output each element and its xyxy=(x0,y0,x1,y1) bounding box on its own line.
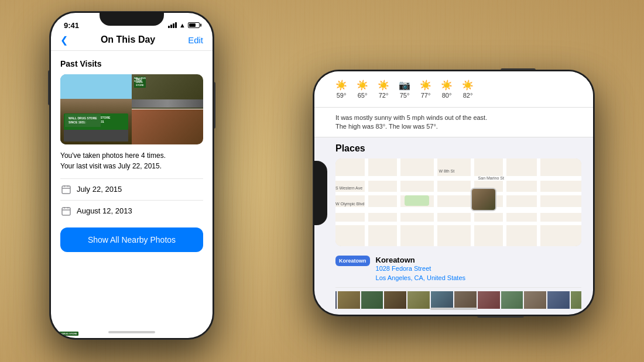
map-label-w8th: W 8th St xyxy=(439,169,454,173)
signal-bar-1 xyxy=(168,26,170,28)
photo-grid[interactable]: WALL DRUG STORESINCE 1931CAFE WALLDRUGST… xyxy=(60,74,203,144)
map-street-v5 xyxy=(503,158,506,246)
weather-description: It was mostly sunny with 5 mph winds out… xyxy=(314,108,593,138)
calendar-icon-2 xyxy=(60,205,72,217)
weather-desc-text: It was mostly sunny with 5 mph winds out… xyxy=(335,114,487,130)
thumb-9[interactable] xyxy=(501,291,523,308)
sun-icon-5: ☀️ xyxy=(420,80,431,91)
thumb-8[interactable] xyxy=(478,291,500,308)
sun-icon-3: ☀️ xyxy=(378,80,389,91)
map-street-h4 xyxy=(335,222,581,225)
place-info-card: Koreatown Koreatown 1028 Fedora Street L… xyxy=(335,251,581,288)
back-button[interactable]: ❮ xyxy=(60,35,68,46)
thumb-10[interactable] xyxy=(524,291,546,308)
status-time: 9:41 xyxy=(64,21,79,30)
notch-left xyxy=(100,12,164,26)
weather-day-3: ☀️ 72° xyxy=(378,80,389,99)
thumb-1[interactable] xyxy=(335,291,337,308)
map-view[interactable]: W 8th St S Western Ave W Olympic Blvd Sa… xyxy=(335,158,581,246)
place-details: Koreatown 1028 Fedora Street Los Angeles… xyxy=(376,256,465,282)
weather-strip: ☀️ 59° ☀️ 65° ☀️ 72° 📷 75° ☀️ 77° xyxy=(314,71,593,108)
signal-bars xyxy=(168,22,177,28)
home-indicator-left xyxy=(108,331,155,333)
photo-bottom-right: WALL DRUG STORE xyxy=(132,109,203,144)
date-item-2[interactable]: August 12, 2013 xyxy=(60,200,203,222)
koreatown-badge: Koreatown xyxy=(335,256,370,266)
right-phone: ☀️ 59° ☀️ 65° ☀️ 72° 📷 75° ☀️ 77° xyxy=(313,70,594,316)
temp-1: 59° xyxy=(337,92,347,99)
map-street-h3 xyxy=(335,207,581,213)
place-name: Koreatown xyxy=(376,256,465,264)
map-background xyxy=(335,158,581,246)
svg-rect-4 xyxy=(62,208,70,215)
thumb-11[interactable] xyxy=(547,291,570,308)
temp-5: 77° xyxy=(421,92,431,99)
thumb-6[interactable] xyxy=(431,291,453,308)
edit-button[interactable]: Edit xyxy=(188,35,203,45)
nav-title: On This Day xyxy=(101,35,155,45)
show-nearby-button[interactable]: Show All Nearby Photos xyxy=(60,227,203,252)
photo-right-stack: WALLDRUGSTORE WALL DRUG STORE xyxy=(132,74,203,144)
temp-4: 75° xyxy=(400,92,410,99)
thumb-4[interactable] xyxy=(384,291,406,308)
sun-icon-2: ☀️ xyxy=(357,80,368,91)
weather-day-6: ☀️ 80° xyxy=(441,80,453,99)
weather-day-5: ☀️ 77° xyxy=(420,80,431,99)
weather-day-2: ☀️ 65° xyxy=(357,80,368,99)
thumb-7[interactable] xyxy=(454,291,477,308)
right-phone-screen: ☀️ 59° ☀️ 65° ☀️ 72° 📷 75° ☀️ 77° xyxy=(314,71,593,315)
camera-icon-weather: 📷 xyxy=(399,80,410,91)
map-street-v6 xyxy=(537,158,540,246)
weather-day-4: 📷 75° xyxy=(399,80,410,99)
calendar-icon-1 xyxy=(60,184,72,195)
status-icons: ▲ xyxy=(168,22,200,29)
temp-3: 72° xyxy=(379,92,389,99)
thumb-5[interactable] xyxy=(407,291,430,308)
home-indicator-right xyxy=(430,308,477,310)
map-street-v1 xyxy=(365,158,368,246)
weather-day-7: ☀️ 82° xyxy=(462,80,474,99)
map-label-olympic: W Olympic Blvd xyxy=(335,202,364,206)
thumb-3[interactable] xyxy=(361,291,383,308)
map-label-western: S Western Ave xyxy=(335,186,362,190)
sun-icon-1: ☀️ xyxy=(335,80,347,91)
temp-7: 82° xyxy=(463,92,473,99)
map-street-h2 xyxy=(335,192,581,195)
past-visits-title: Past Visits xyxy=(60,59,203,68)
photo-left: WALL DRUG STORESINCE 1931CAFE xyxy=(60,74,132,144)
map-street-v2 xyxy=(397,158,400,246)
places-title: Places xyxy=(335,143,581,154)
signal-bar-3 xyxy=(173,23,174,28)
place-address: 1028 Fedora Street Los Angeles, CA, Unit… xyxy=(376,264,465,282)
wifi-icon: ▲ xyxy=(179,22,186,29)
photo-caption: You've taken photos here 4 times. Your l… xyxy=(60,150,203,171)
temp-6: 80° xyxy=(442,92,452,99)
battery-icon xyxy=(188,22,200,28)
date-label-1: July 22, 2015 xyxy=(77,185,122,194)
date-label-2: August 12, 2013 xyxy=(77,206,132,215)
left-phone-screen: 9:41 ▲ ❮ On This Day Edit xyxy=(51,13,213,338)
left-content: Past Visits WALL DRUG STORESINCE 1931CAF… xyxy=(51,51,213,260)
date-item-1[interactable]: July 22, 2015 xyxy=(60,178,203,200)
right-content: ☀️ 59° ☀️ 65° ☀️ 72° 📷 75° ☀️ 77° xyxy=(314,71,593,315)
photo-top-right: WALLDRUGSTORE xyxy=(132,74,203,109)
map-park xyxy=(405,195,429,206)
map-street-h1 xyxy=(335,176,581,181)
map-photo-pin[interactable] xyxy=(471,188,496,211)
thumb-12[interactable] xyxy=(571,291,581,308)
places-section: Places xyxy=(335,143,581,308)
sun-icon-6: ☀️ xyxy=(441,80,453,91)
map-label-sanmarino: San Marino St xyxy=(478,176,504,180)
svg-rect-0 xyxy=(62,186,70,194)
chevron-left-icon: ❮ xyxy=(60,35,68,46)
nav-bar: ❮ On This Day Edit xyxy=(51,32,213,51)
signal-bar-4 xyxy=(175,22,177,28)
thumbnail-strip[interactable] xyxy=(335,291,581,308)
thumb-2[interactable] xyxy=(338,291,360,308)
notch-right xyxy=(313,161,327,225)
map-street-v3 xyxy=(434,158,437,246)
signal-bar-2 xyxy=(170,25,172,28)
sun-icon-7: ☀️ xyxy=(462,80,474,91)
temp-2: 65° xyxy=(358,92,368,99)
weather-day-1: ☀️ 59° xyxy=(335,80,347,99)
